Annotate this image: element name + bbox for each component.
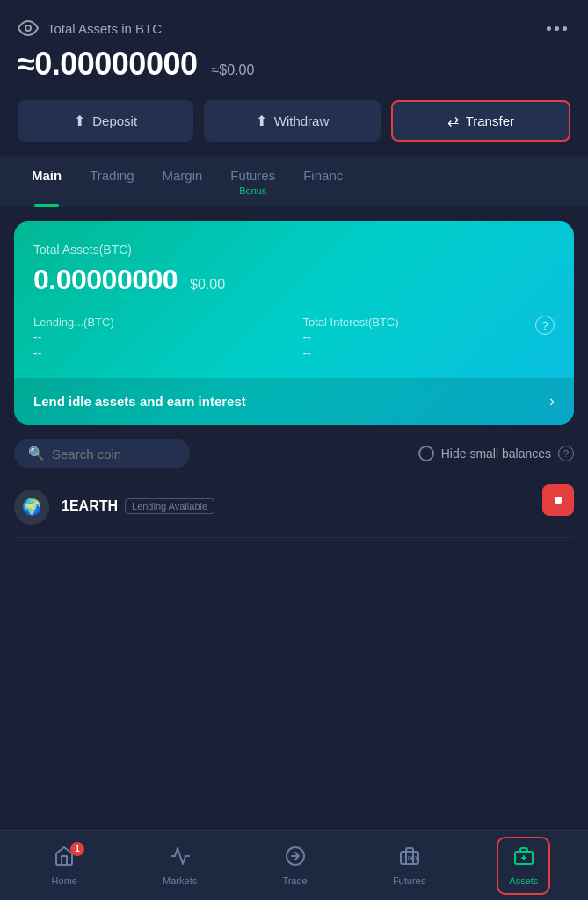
btc-balance: ≈0.00000000 (18, 46, 197, 83)
card-cta-text: Lend idle assets and earn interest (33, 394, 246, 409)
hide-balances-toggle[interactable] (418, 446, 434, 461)
nav-markets[interactable]: Markets (149, 838, 211, 893)
assets-label: Assets (509, 875, 538, 886)
trade-icon (285, 846, 306, 872)
tabs-container: Main -- Trading -- Margin -- Futures Bon… (0, 156, 588, 207)
transfer-icon: ⇄ (447, 112, 459, 129)
tab-trading-label: Trading (90, 168, 134, 183)
coin-info-1earth: 1EARTH Lending Available (62, 498, 556, 516)
interest-value1: -- (303, 330, 555, 345)
tab-finance-underline (311, 204, 336, 207)
notification-bubble[interactable] (542, 484, 574, 516)
nav-trade[interactable]: Trade (268, 838, 321, 893)
tab-finance-sub: -- (320, 186, 326, 196)
interest-value2: -- (303, 346, 555, 360)
lending-badge-1earth: Lending Available (125, 498, 214, 514)
withdraw-button[interactable]: ⬆ Withdraw (204, 100, 380, 142)
deposit-label: Deposit (92, 113, 137, 128)
coin-name-row-1earth: 1EARTH Lending Available (62, 498, 556, 514)
dot2 (555, 26, 559, 31)
deposit-icon: ⬆ (74, 112, 85, 129)
trade-label: Trade (282, 875, 307, 886)
tab-main-sub: -- (43, 186, 49, 196)
tab-margin-sub: -- (179, 186, 185, 196)
transfer-button[interactable]: ⇄ Transfer (391, 100, 570, 142)
withdraw-label: Withdraw (274, 113, 330, 128)
balance-row: ≈0.00000000 ≈$0.00 (18, 46, 570, 83)
card-usd-balance: $0.00 (190, 277, 225, 293)
card-btc-balance: 0.00000000 (33, 264, 178, 296)
coin-emoji-1earth: 🌍 (22, 497, 41, 517)
search-row: 🔍 Hide small balances ? (0, 425, 588, 477)
assets-icon (513, 846, 534, 872)
tab-trading-underline (99, 204, 124, 207)
bottom-nav: 1 Home Markets Trade 100X Futures (0, 830, 588, 900)
futures-icon: 100X (399, 846, 420, 872)
header-title-row: Total Assets in BTC (18, 18, 162, 39)
lending-value2: -- (33, 346, 286, 360)
coin-symbol-1earth: 1EARTH (62, 498, 118, 514)
tab-futures[interactable]: Futures Bonus (216, 156, 289, 207)
tab-main[interactable]: Main -- (18, 156, 76, 207)
withdraw-icon: ⬆ (256, 112, 267, 129)
markets-label: Markets (163, 875, 197, 886)
content-area: Total Assets in BTC ≈0.00000000 ≈$0.00 ⬆… (0, 0, 588, 830)
lending-value1: -- (33, 330, 286, 345)
usd-balance: ≈$0.00 (211, 62, 254, 78)
tab-margin-label: Margin (162, 168, 202, 183)
tab-trading[interactable]: Trading -- (76, 156, 148, 207)
cta-arrow-icon: › (549, 392, 555, 410)
tab-trading-sub: -- (109, 186, 115, 196)
futures-label: Futures (393, 875, 425, 886)
transfer-label: Transfer (466, 113, 514, 128)
coin-item-1earth[interactable]: 🌍 1EARTH Lending Available › (14, 477, 574, 538)
deposit-button[interactable]: ⬆ Deposit (18, 100, 193, 142)
markets-icon (170, 846, 191, 872)
dot3 (563, 26, 567, 31)
tab-finance-label: Financ (303, 168, 343, 183)
hide-balances-label: Hide small balances (441, 446, 551, 461)
tab-main-label: Main (32, 168, 62, 183)
svg-text:100X: 100X (404, 855, 419, 861)
home-label: Home (52, 875, 77, 886)
tab-finance[interactable]: Financ -- (289, 156, 357, 207)
nav-home[interactable]: 1 Home (38, 838, 91, 893)
tab-futures-label: Futures (230, 168, 275, 183)
tab-margin-underline (170, 204, 194, 207)
card-title: Total Assets(BTC) (33, 243, 555, 257)
hide-balances-help-icon[interactable]: ? (558, 446, 574, 461)
svg-point-0 (25, 25, 31, 31)
interest-section: Total Interest(BTC) -- -- (303, 316, 555, 360)
card-cta-button[interactable]: Lend idle assets and earn interest › (14, 378, 574, 425)
tab-main-underline (34, 204, 59, 207)
interest-help-icon[interactable]: ? (535, 316, 555, 335)
nav-assets[interactable]: Assets (497, 837, 550, 895)
search-icon: 🔍 (28, 446, 45, 461)
action-buttons: ⬆ Deposit ⬆ Withdraw ⇄ Transfer (18, 100, 570, 142)
coin-list-wrapper: 🌍 1EARTH Lending Available › (0, 477, 588, 538)
main-card: Total Assets(BTC) 0.00000000 $0.00 Lendi… (14, 221, 574, 425)
tab-futures-bonus: Bonus (239, 186, 266, 196)
search-wrapper: 🔍 (14, 439, 190, 468)
card-info-grid: Lending...(BTC) -- -- Total Interest(BTC… (33, 316, 555, 360)
lending-section: Lending...(BTC) -- -- (33, 316, 286, 360)
lending-label: Lending...(BTC) (33, 316, 286, 329)
coin-list: 🌍 1EARTH Lending Available › (0, 477, 588, 538)
hide-balances-row: Hide small balances ? (200, 446, 574, 461)
tab-futures-underline (241, 204, 265, 207)
home-badge: 1 (70, 842, 84, 856)
notif-bubble-inner (555, 497, 562, 504)
nav-futures[interactable]: 100X Futures (379, 838, 439, 893)
coin-icon-1earth: 🌍 (14, 490, 49, 525)
interest-label: Total Interest(BTC) (303, 316, 555, 329)
card-balance-row: 0.00000000 $0.00 (33, 264, 555, 296)
search-input[interactable] (52, 446, 157, 461)
page-title: Total Assets in BTC (47, 21, 162, 36)
tab-margin[interactable]: Margin -- (148, 156, 216, 207)
eye-icon[interactable] (18, 18, 39, 39)
header: Total Assets in BTC ≈0.00000000 ≈$0.00 ⬆… (0, 0, 588, 156)
header-top: Total Assets in BTC (18, 18, 570, 39)
dot1 (547, 26, 551, 31)
more-menu-button[interactable] (543, 23, 570, 34)
